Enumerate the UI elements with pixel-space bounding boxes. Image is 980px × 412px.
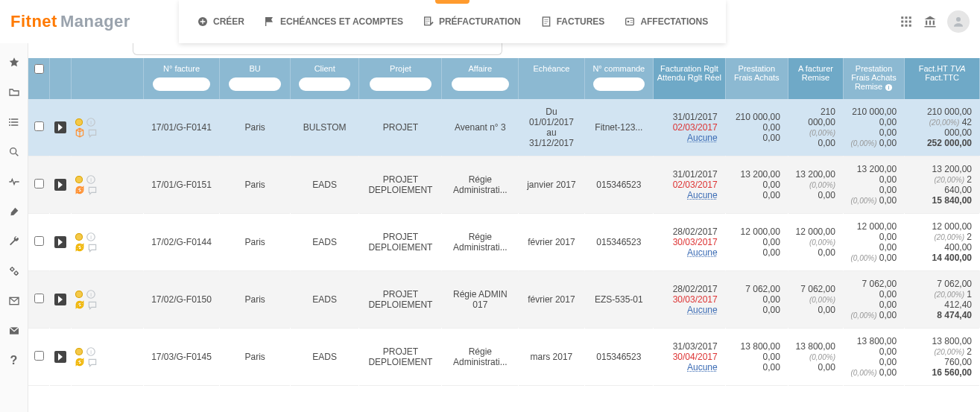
th-fact[interactable]: Facturation Rglt Attendu Rglt Réel — [654, 58, 726, 99]
star-icon[interactable] — [7, 56, 21, 69]
brush-icon[interactable] — [7, 205, 21, 218]
row-check[interactable] — [34, 351, 44, 361]
comment-icon[interactable] — [87, 300, 98, 310]
app-logo: FitnetManager — [10, 12, 130, 31]
cell-fact: 28/02/201730/03/2017Aucune — [654, 270, 726, 328]
th-echeance[interactable]: Echéance — [519, 58, 584, 99]
svg-text:i: i — [91, 177, 92, 183]
main-toolbar: CRÉER ECHÉANCES ET ACOMPTES PRÉFACTURATI… — [179, 0, 726, 43]
th-client[interactable]: Client — [290, 58, 359, 99]
fact-link[interactable]: Aucune — [658, 362, 718, 373]
heartbeat-icon[interactable] — [7, 175, 21, 188]
th-num[interactable]: N° facture — [143, 58, 220, 99]
cell-cmd: 015346523 — [584, 156, 654, 213]
prefact-button[interactable]: PRÉFACTURATION — [423, 16, 521, 28]
filter-pill[interactable] — [133, 42, 502, 55]
cell-httc: 13 800,00(20,00%) 2 760,0016 560,00 — [905, 328, 980, 385]
wrench-icon[interactable] — [7, 235, 21, 248]
user-avatar[interactable] — [947, 10, 970, 33]
comment-icon[interactable] — [87, 242, 98, 253]
th-pfa-l3: Achats — [871, 73, 897, 82]
apps-grid-icon[interactable] — [900, 15, 913, 28]
th-httc[interactable]: Fact.HT TVA Fact.TTC — [905, 58, 980, 99]
mail-icon[interactable] — [7, 294, 21, 308]
th-afact[interactable]: A facturer Remise — [788, 58, 843, 99]
doc-edit-icon — [423, 16, 434, 28]
gears-icon[interactable] — [7, 264, 21, 278]
fact-link[interactable]: Aucune — [658, 133, 718, 143]
row-check[interactable] — [34, 179, 44, 188]
comment-icon[interactable] — [87, 357, 98, 367]
row-check[interactable] — [34, 121, 44, 131]
row-check[interactable] — [34, 236, 44, 246]
fact-link[interactable]: Aucune — [658, 247, 718, 258]
table-row[interactable]: i 17/02/G-F0144ParisEADSPROJETDEPLOIEMEN… — [28, 213, 980, 270]
th-httc-l2: TVA — [950, 64, 966, 73]
bank-icon[interactable] — [923, 15, 937, 28]
th-affaire[interactable]: Affaire — [442, 58, 519, 99]
status-dot-icon — [75, 348, 83, 355]
check-all[interactable] — [34, 64, 44, 74]
play-icon[interactable] — [54, 121, 66, 133]
th-presta[interactable]: Prestation Frais Achats — [725, 58, 788, 99]
filter-affaire[interactable] — [452, 77, 509, 91]
list-icon[interactable] — [7, 115, 21, 129]
table-row[interactable]: i 17/01/G-F0141ParisBULSTOMPROJETAvenant… — [28, 99, 980, 156]
th-pfa-l2: Frais — [851, 73, 869, 82]
row-icons: i — [75, 288, 98, 310]
th-afact-l2: Remise — [802, 73, 829, 82]
table-wrapper: N° facture BU Client Projet Affaire Eché… — [28, 58, 980, 412]
filter-projet[interactable] — [370, 77, 432, 91]
filter-bu[interactable] — [229, 77, 281, 91]
toolbar-tab-handle[interactable] — [435, 0, 470, 4]
info-icon[interactable]: i — [86, 117, 96, 127]
inbox-icon[interactable] — [7, 324, 21, 337]
folder-icon[interactable] — [7, 86, 21, 99]
search-icon[interactable] — [7, 145, 21, 159]
play-icon[interactable] — [54, 294, 66, 305]
refresh-icon — [75, 357, 85, 367]
help-icon[interactable]: ? — [7, 354, 21, 367]
fact-link[interactable]: Aucune — [658, 305, 718, 315]
factures-button[interactable]: FACTURES — [540, 16, 605, 28]
affect-button[interactable]: AFFECTATIONS — [624, 16, 708, 28]
filter-num[interactable] — [153, 77, 210, 91]
th-httc-l1: Fact.HT — [919, 64, 948, 73]
play-icon[interactable] — [54, 351, 66, 363]
cell-affaire: RégieAdministrati... — [442, 213, 519, 270]
svg-point-11 — [10, 267, 13, 270]
factures-label: FACTURES — [557, 16, 605, 27]
table-row[interactable]: i 17/03/G-F0145ParisEADSPROJETDEPLOIEMEN… — [28, 328, 980, 385]
table-row[interactable]: i 17/02/G-F0150ParisEADSPROJETDEPLOIEMEN… — [28, 270, 980, 328]
row-icons: i — [75, 116, 98, 138]
table-row[interactable]: i 17/01/G-F0151ParisEADSPROJETDEPLOIEMEN… — [28, 156, 980, 213]
comment-icon[interactable] — [87, 127, 98, 138]
th-commande[interactable]: N° commande — [584, 58, 654, 99]
th-pfa[interactable]: Prestation Frais Achats Remise i — [843, 58, 904, 99]
cell-httc: 13 200,00(20,00%) 2 640,0015 840,00 — [905, 156, 980, 213]
play-icon[interactable] — [54, 179, 66, 191]
th-affaire-label: Affaire — [469, 64, 493, 73]
echeances-button[interactable]: ECHÉANCES ET ACOMPTES — [264, 16, 403, 28]
info-icon[interactable]: i — [86, 289, 96, 300]
svg-point-9 — [9, 124, 10, 126]
th-projet[interactable]: Projet — [359, 58, 442, 99]
cell-echeance: février 2017 — [519, 213, 584, 270]
info-icon[interactable]: i — [86, 346, 96, 357]
filter-commande[interactable] — [593, 77, 644, 91]
cell-check — [28, 328, 50, 385]
play-icon[interactable] — [54, 236, 66, 248]
cell-check — [28, 99, 50, 156]
th-bu[interactable]: BU — [220, 58, 291, 99]
info-icon[interactable]: i — [86, 232, 96, 242]
th-presta-l1: Prestation — [739, 64, 776, 73]
create-button[interactable]: CRÉER — [197, 16, 244, 28]
fact-link[interactable]: Aucune — [658, 190, 718, 200]
info-icon[interactable]: i — [86, 174, 96, 185]
filter-client[interactable] — [299, 77, 350, 91]
info-icon: i — [885, 83, 893, 92]
row-check[interactable] — [34, 294, 44, 303]
cell-projet: PROJETDEPLOIEMENT — [359, 328, 442, 385]
refresh-icon — [75, 300, 85, 310]
comment-icon[interactable] — [87, 185, 98, 195]
